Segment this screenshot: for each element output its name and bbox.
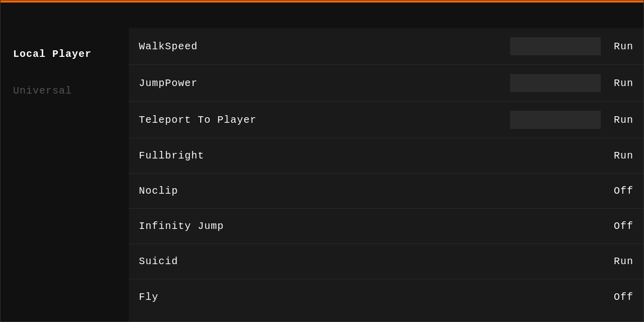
feature-row-fly: FlyOff <box>129 279 643 314</box>
feature-status[interactable]: Run <box>608 41 633 52</box>
main-panel: WalkSpeedRunJumpPowerRunTeleport To Play… <box>129 28 643 321</box>
feature-status[interactable]: Run <box>608 114 633 126</box>
titlebar <box>1 1 643 28</box>
sidebar-item-universal[interactable]: Universal <box>1 75 129 107</box>
feature-row-infinity-jump: Infinity JumpOff <box>129 209 643 244</box>
feature-name: Teleport To Player <box>139 114 510 126</box>
feature-row-teleport-to-player: Teleport To PlayerRun <box>129 102 643 138</box>
feature-status[interactable]: Off <box>608 220 633 232</box>
content-area: Local PlayerUniversal WalkSpeedRunJumpPo… <box>1 28 643 321</box>
feature-input-jumppower[interactable] <box>510 74 601 92</box>
feature-status[interactable]: Run <box>608 150 633 162</box>
feature-name: WalkSpeed <box>139 41 510 52</box>
feature-status[interactable]: Run <box>608 77 633 89</box>
feature-row-fullbright: FullbrightRun <box>129 138 643 174</box>
feature-row-suicid: SuicidRun <box>129 244 643 279</box>
feature-name: JumpPower <box>139 77 510 89</box>
feature-name: Noclip <box>139 185 608 197</box>
feature-name: Fly <box>139 291 608 303</box>
feature-name: Suicid <box>139 256 608 267</box>
feature-name: Fullbright <box>139 150 608 162</box>
feature-status[interactable]: Run <box>608 256 633 267</box>
feature-name: Infinity Jump <box>139 220 608 232</box>
feature-row-walkspeed: WalkSpeedRun <box>129 28 643 65</box>
feature-row-jumppower: JumpPowerRun <box>129 65 643 102</box>
sidebar-item-local-player[interactable]: Local Player <box>1 38 129 70</box>
feature-status[interactable]: Off <box>608 291 633 303</box>
sidebar: Local PlayerUniversal <box>1 28 129 321</box>
feature-input-teleport-to-player[interactable] <box>510 111 601 129</box>
feature-row-noclip: NoclipOff <box>129 174 643 209</box>
feature-input-walkspeed[interactable] <box>510 37 601 55</box>
main-window: Local PlayerUniversal WalkSpeedRunJumpPo… <box>0 0 644 322</box>
feature-status[interactable]: Off <box>608 185 633 197</box>
